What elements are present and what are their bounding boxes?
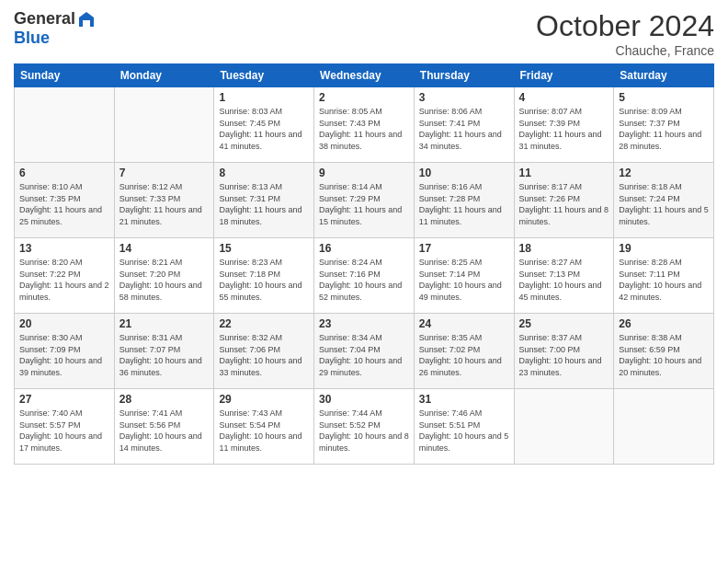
day-number: 17 xyxy=(419,242,509,255)
sunrise-text: Sunrise: 8:37 AM xyxy=(519,332,609,344)
calendar-cell: 3Sunrise: 8:06 AMSunset: 7:41 PMDaylight… xyxy=(414,87,514,163)
day-info: Sunrise: 8:14 AMSunset: 7:29 PMDaylight:… xyxy=(319,181,409,227)
daylight-text: Daylight: 10 hours and 49 minutes. xyxy=(419,280,509,303)
sunset-text: Sunset: 7:39 PM xyxy=(519,118,609,130)
sunset-text: Sunset: 7:14 PM xyxy=(419,269,509,281)
weekday-header-wednesday: Wednesday xyxy=(314,64,415,87)
sunset-text: Sunset: 7:02 PM xyxy=(419,344,509,356)
daylight-text: Daylight: 10 hours and 11 minutes. xyxy=(219,431,309,454)
daylight-text: Daylight: 10 hours and 58 minutes. xyxy=(119,280,210,303)
sunrise-text: Sunrise: 8:12 AM xyxy=(119,181,210,193)
calendar-cell: 30Sunrise: 7:44 AMSunset: 5:52 PMDayligh… xyxy=(314,389,415,465)
sunset-text: Sunset: 7:09 PM xyxy=(19,344,109,356)
calendar-cell: 17Sunrise: 8:25 AMSunset: 7:14 PMDayligh… xyxy=(414,238,514,314)
logo: General Blue xyxy=(14,9,96,48)
day-info: Sunrise: 8:07 AMSunset: 7:39 PMDaylight:… xyxy=(519,106,609,152)
sunset-text: Sunset: 7:18 PM xyxy=(219,269,309,281)
calendar-cell: 31Sunrise: 7:46 AMSunset: 5:51 PMDayligh… xyxy=(414,389,514,465)
day-info: Sunrise: 8:03 AMSunset: 7:45 PMDaylight:… xyxy=(219,106,309,152)
daylight-text: Daylight: 10 hours and 26 minutes. xyxy=(419,355,509,378)
sunset-text: Sunset: 5:56 PM xyxy=(119,419,210,431)
sunrise-text: Sunrise: 8:31 AM xyxy=(119,332,210,344)
day-number: 22 xyxy=(219,317,309,330)
day-info: Sunrise: 8:18 AMSunset: 7:24 PMDaylight:… xyxy=(619,181,709,227)
logo-blue-text: Blue xyxy=(14,29,50,47)
day-info: Sunrise: 8:10 AMSunset: 7:35 PMDaylight:… xyxy=(19,181,109,227)
sunrise-text: Sunrise: 7:44 AM xyxy=(319,408,409,419)
day-info: Sunrise: 8:37 AMSunset: 7:00 PMDaylight:… xyxy=(519,332,609,378)
sunrise-text: Sunrise: 8:18 AM xyxy=(619,181,709,193)
sunset-text: Sunset: 7:13 PM xyxy=(519,269,609,281)
daylight-text: Daylight: 11 hours and 41 minutes. xyxy=(219,129,309,152)
sunset-text: Sunset: 7:26 PM xyxy=(519,193,609,205)
sunrise-text: Sunrise: 8:34 AM xyxy=(319,332,409,344)
daylight-text: Daylight: 10 hours and 42 minutes. xyxy=(619,280,709,303)
calendar-cell: 27Sunrise: 7:40 AMSunset: 5:57 PMDayligh… xyxy=(15,389,115,465)
day-info: Sunrise: 8:27 AMSunset: 7:13 PMDaylight:… xyxy=(519,257,609,303)
calendar: SundayMondayTuesdayWednesdayThursdayFrid… xyxy=(14,63,714,465)
daylight-text: Daylight: 11 hours and 21 minutes. xyxy=(119,204,210,227)
daylight-text: Daylight: 10 hours and 52 minutes. xyxy=(319,280,409,303)
day-number: 30 xyxy=(319,393,409,406)
sunset-text: Sunset: 7:20 PM xyxy=(119,269,210,281)
weekday-header-row: SundayMondayTuesdayWednesdayThursdayFrid… xyxy=(15,64,714,87)
sunrise-text: Sunrise: 8:24 AM xyxy=(319,257,409,269)
weekday-header-friday: Friday xyxy=(514,64,614,87)
day-number: 10 xyxy=(419,167,509,179)
day-info: Sunrise: 8:24 AMSunset: 7:16 PMDaylight:… xyxy=(319,257,409,303)
daylight-text: Daylight: 11 hours and 15 minutes. xyxy=(319,204,409,227)
daylight-text: Daylight: 10 hours and 20 minutes. xyxy=(619,355,709,378)
sunrise-text: Sunrise: 8:10 AM xyxy=(19,181,109,193)
daylight-text: Daylight: 10 hours and 8 minutes. xyxy=(319,431,409,454)
sunrise-text: Sunrise: 8:23 AM xyxy=(219,257,309,269)
day-info: Sunrise: 8:20 AMSunset: 7:22 PMDaylight:… xyxy=(19,257,109,303)
daylight-text: Daylight: 11 hours and 5 minutes. xyxy=(619,204,709,227)
sunset-text: Sunset: 7:33 PM xyxy=(119,193,210,205)
title-area: October 2024 Chauche, France xyxy=(536,9,714,58)
sunset-text: Sunset: 7:11 PM xyxy=(619,269,709,281)
day-number: 31 xyxy=(419,393,509,406)
day-info: Sunrise: 8:28 AMSunset: 7:11 PMDaylight:… xyxy=(619,257,709,303)
sunrise-text: Sunrise: 8:05 AM xyxy=(319,106,409,118)
sunrise-text: Sunrise: 8:14 AM xyxy=(319,181,409,193)
day-number: 5 xyxy=(619,91,709,104)
day-info: Sunrise: 7:40 AMSunset: 5:57 PMDaylight:… xyxy=(19,408,109,454)
sunset-text: Sunset: 7:43 PM xyxy=(319,118,409,130)
day-info: Sunrise: 8:25 AMSunset: 7:14 PMDaylight:… xyxy=(419,257,509,303)
calendar-cell: 5Sunrise: 8:09 AMSunset: 7:37 PMDaylight… xyxy=(614,87,714,163)
day-number: 3 xyxy=(419,91,509,104)
sunset-text: Sunset: 7:37 PM xyxy=(619,118,709,130)
day-number: 4 xyxy=(519,91,609,104)
calendar-cell xyxy=(614,389,714,465)
weekday-header-monday: Monday xyxy=(114,64,214,87)
sunrise-text: Sunrise: 8:07 AM xyxy=(519,106,609,118)
daylight-text: Daylight: 10 hours and 5 minutes. xyxy=(419,431,509,454)
day-number: 29 xyxy=(219,393,309,406)
header: General Blue October 2024 Chauche, Franc… xyxy=(14,9,714,58)
sunrise-text: Sunrise: 8:30 AM xyxy=(19,332,109,344)
daylight-text: Daylight: 11 hours and 31 minutes. xyxy=(519,129,609,152)
daylight-text: Daylight: 10 hours and 17 minutes. xyxy=(19,431,109,454)
sunrise-text: Sunrise: 8:17 AM xyxy=(519,181,609,193)
day-info: Sunrise: 8:32 AMSunset: 7:06 PMDaylight:… xyxy=(219,332,309,378)
logo-general-text: General xyxy=(14,9,75,29)
sunrise-text: Sunrise: 8:03 AM xyxy=(219,106,309,118)
sunset-text: Sunset: 7:22 PM xyxy=(19,269,109,281)
calendar-cell: 25Sunrise: 8:37 AMSunset: 7:00 PMDayligh… xyxy=(514,314,614,389)
sunset-text: Sunset: 7:45 PM xyxy=(219,118,309,130)
calendar-week-row: 13Sunrise: 8:20 AMSunset: 7:22 PMDayligh… xyxy=(15,238,714,314)
calendar-cell: 8Sunrise: 8:13 AMSunset: 7:31 PMDaylight… xyxy=(214,163,314,238)
calendar-cell: 9Sunrise: 8:14 AMSunset: 7:29 PMDaylight… xyxy=(314,163,415,238)
sunrise-text: Sunrise: 8:21 AM xyxy=(119,257,210,269)
sunset-text: Sunset: 6:59 PM xyxy=(619,344,709,356)
calendar-cell: 20Sunrise: 8:30 AMSunset: 7:09 PMDayligh… xyxy=(15,314,115,389)
daylight-text: Daylight: 10 hours and 33 minutes. xyxy=(219,355,309,378)
calendar-cell: 24Sunrise: 8:35 AMSunset: 7:02 PMDayligh… xyxy=(414,314,514,389)
sunset-text: Sunset: 7:16 PM xyxy=(319,269,409,281)
day-info: Sunrise: 8:31 AMSunset: 7:07 PMDaylight:… xyxy=(119,332,210,378)
sunset-text: Sunset: 7:06 PM xyxy=(219,344,309,356)
sunset-text: Sunset: 7:00 PM xyxy=(519,344,609,356)
calendar-cell: 7Sunrise: 8:12 AMSunset: 7:33 PMDaylight… xyxy=(114,163,214,238)
calendar-week-row: 27Sunrise: 7:40 AMSunset: 5:57 PMDayligh… xyxy=(15,389,714,465)
day-info: Sunrise: 8:17 AMSunset: 7:26 PMDaylight:… xyxy=(519,181,609,227)
